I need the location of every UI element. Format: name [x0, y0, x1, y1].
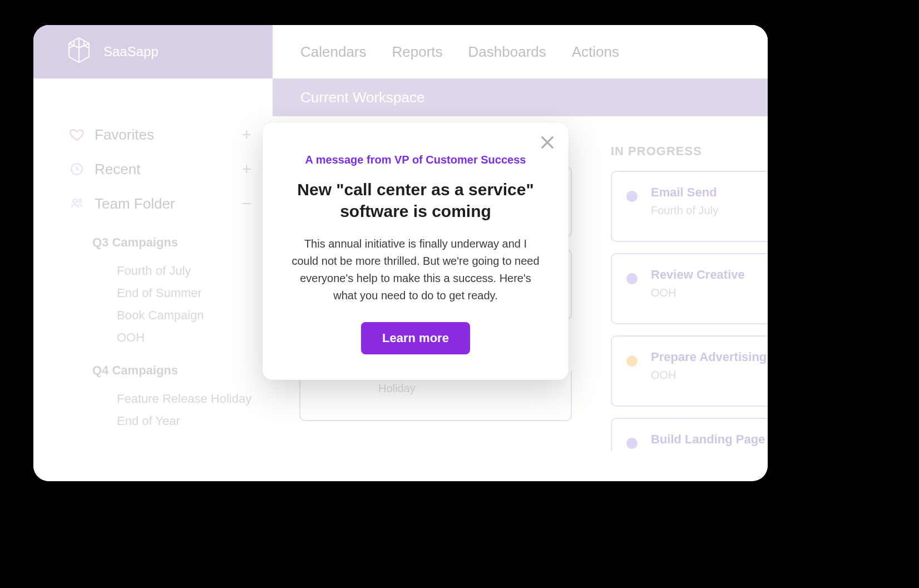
sidebar-favorites-label: Favorites — [95, 126, 241, 144]
card-subtitle: OOH — [651, 286, 768, 299]
app-window: SaaSapp Favorites + Recent + — [33, 25, 768, 481]
card-title: Prepare Advertising — [651, 350, 768, 364]
app-logo-icon — [67, 37, 91, 67]
nav-calendars[interactable]: Calendars — [300, 43, 367, 61]
nav-actions[interactable]: Actions — [572, 43, 619, 61]
app-name: SaaSapp — [103, 44, 159, 60]
card-subtitle: Holiday — [378, 382, 557, 395]
svg-point-2 — [78, 199, 81, 202]
folder-item[interactable]: End of Year — [117, 410, 256, 432]
sidebar-favorites[interactable]: Favorites + — [69, 117, 256, 152]
status-dot-icon — [626, 355, 638, 367]
sidebar-team-folder-label: Team Folder — [95, 195, 241, 213]
card-title: Email Send — [651, 185, 768, 200]
card-subtitle: OOH — [651, 369, 768, 382]
folder-q3-header[interactable]: Q3 Campaigns — [92, 235, 256, 250]
top-nav: Calendars Reports Dashboards Actions — [273, 25, 768, 78]
board-card[interactable]: Review Creative OOH — [611, 253, 768, 324]
nav-dashboards[interactable]: Dashboards — [468, 43, 546, 61]
board-card[interactable]: Build Landing Page — [611, 418, 768, 451]
status-dot-icon — [626, 438, 638, 449]
board-column-in-progress: IN PROGRESS Email Send Fourth of July Re… — [611, 144, 768, 462]
workspace-label: Current Workspace — [300, 89, 425, 106]
modal-body: This annual initiative is finally underw… — [288, 235, 543, 304]
team-icon — [69, 196, 85, 211]
sidebar-header: SaaSapp — [33, 25, 273, 78]
nav-reports[interactable]: Reports — [392, 43, 443, 61]
sidebar-content: Favorites + Recent + — [33, 78, 273, 432]
board-card[interactable]: Prepare Advertising OOH — [611, 335, 768, 407]
card-title: Build Landing Page — [651, 432, 768, 447]
close-button[interactable] — [538, 134, 556, 151]
column-header: IN PROGRESS — [611, 144, 768, 159]
workspace-bar: Current Workspace — [273, 78, 768, 116]
close-icon — [538, 144, 556, 153]
folder-item[interactable]: Book Campaign — [117, 304, 256, 327]
modal-title: New "call center as a service" software … — [288, 179, 543, 222]
announcement-modal: A message from VP of Customer Success Ne… — [263, 122, 569, 380]
folder-item[interactable]: End of Summer — [117, 282, 256, 304]
sidebar: SaaSapp Favorites + Recent + — [33, 25, 273, 481]
board-card[interactable]: Email Send Fourth of July — [611, 171, 768, 242]
collapse-team-folder-button[interactable]: − — [241, 194, 256, 213]
card-title: Review Creative — [651, 268, 768, 282]
status-dot-icon — [626, 273, 638, 284]
sidebar-recent[interactable]: Recent + — [69, 152, 256, 186]
sidebar-team-folder[interactable]: Team Folder − — [69, 186, 256, 221]
folder-item[interactable]: Fourth of July — [117, 260, 256, 282]
heart-icon — [69, 127, 85, 142]
clock-icon — [69, 161, 85, 177]
modal-eyebrow: A message from VP of Customer Success — [288, 154, 543, 166]
card-subtitle: Fourth of July — [651, 204, 768, 217]
add-recent-button[interactable]: + — [241, 160, 256, 179]
folder-item[interactable]: Feature Release Holiday — [117, 388, 256, 410]
sidebar-recent-label: Recent — [95, 161, 241, 178]
status-dot-icon — [626, 191, 638, 202]
folder-q4-header[interactable]: Q4 Campaigns — [92, 363, 256, 378]
folder-item[interactable]: OOH — [117, 327, 256, 349]
add-favorite-button[interactable]: + — [241, 125, 256, 144]
svg-point-1 — [73, 199, 77, 203]
learn-more-button[interactable]: Learn more — [361, 322, 470, 354]
